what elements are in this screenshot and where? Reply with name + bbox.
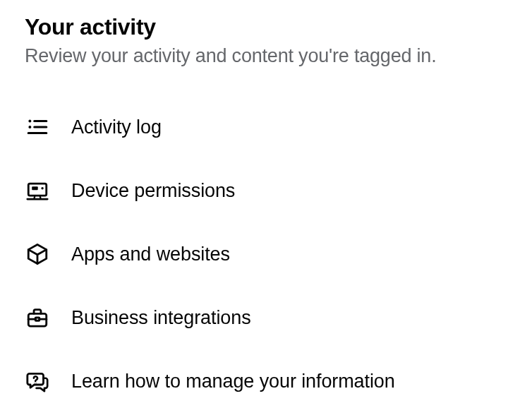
device-icon xyxy=(25,178,50,203)
cube-icon xyxy=(25,241,50,267)
help-chat-icon xyxy=(25,368,50,394)
svg-point-0 xyxy=(28,120,31,123)
list-icon xyxy=(25,114,50,140)
activity-menu: Activity log Device permissions Apps and… xyxy=(25,95,483,413)
menu-item-device-permissions[interactable]: Device permissions xyxy=(25,159,483,222)
menu-item-label: Device permissions xyxy=(71,180,235,202)
menu-item-business-integrations[interactable]: Business integrations xyxy=(25,286,483,349)
menu-item-label: Learn how to manage your information xyxy=(71,371,395,392)
svg-rect-6 xyxy=(32,186,38,190)
section-header: Your activity Review your activity and c… xyxy=(25,14,483,68)
svg-point-7 xyxy=(41,187,43,189)
briefcase-icon xyxy=(25,305,50,330)
menu-item-label: Activity log xyxy=(71,116,162,138)
svg-rect-9 xyxy=(35,318,40,320)
menu-item-label: Apps and websites xyxy=(71,244,230,265)
menu-item-activity-log[interactable]: Activity log xyxy=(25,95,483,159)
svg-point-2 xyxy=(28,126,31,128)
menu-item-apps-websites[interactable]: Apps and websites xyxy=(25,222,483,286)
menu-item-label: Business integrations xyxy=(71,307,251,329)
page-subtitle: Review your activity and content you're … xyxy=(25,44,483,68)
page-title: Your activity xyxy=(25,14,483,40)
menu-item-manage-information[interactable]: Learn how to manage your information xyxy=(25,349,483,413)
